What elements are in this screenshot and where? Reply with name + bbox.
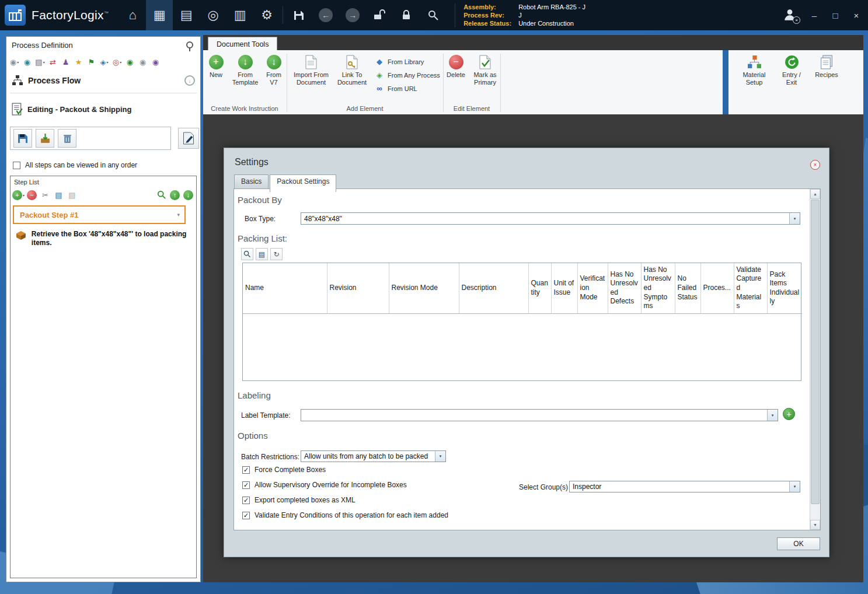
select-groups-select[interactable]: Inspector ▾ [569,481,800,492]
globe-button[interactable]: ◉ [22,56,33,68]
paste-button[interactable]: ▤ [67,189,78,201]
chevron-down-icon[interactable]: ▾ [177,212,180,218]
disable-button[interactable]: ◉ [137,56,148,68]
column-header[interactable]: Has No Unresolved Symptoms [641,263,675,313]
list-materials-button[interactable]: ▤ [256,248,268,260]
scroll-down-button[interactable]: ▼ [810,520,820,530]
scroll-up-button[interactable]: ▲ [810,189,820,199]
step-description-row[interactable]: Retrieve the Box '48"x48"x48"' to load p… [15,230,191,247]
column-header[interactable]: Revision Mode [389,263,459,313]
transfer-button[interactable]: ⇄ [47,56,58,68]
reports-button[interactable]: ▥ [226,0,253,30]
close-button[interactable]: × [852,11,861,20]
zoom-steps-button[interactable] [156,189,167,201]
export-xml-checkbox[interactable]: ✓ [242,497,250,504]
mark-as-primary-button[interactable]: Mark as Primary [471,54,499,86]
column-header[interactable]: Validate Captured Materials [734,263,767,313]
back-button[interactable]: ← [312,0,339,30]
process-flow-row[interactable]: Process Flow ↓ [6,71,200,90]
from-any-process-button[interactable]: ◈ From Any Process [375,68,440,82]
validate-entry-conditions-checkbox[interactable]: ✓ [242,512,250,519]
validate-entry-conditions-row[interactable]: ✓ Validate Entry Conditions of this oper… [242,511,448,519]
add-label-template-button[interactable]: + [783,408,795,420]
home-button[interactable]: ⌂ [119,0,146,30]
work-instructions-button[interactable]: ▦ [146,0,173,30]
find-material-button[interactable] [241,248,253,260]
record-button[interactable]: ◉ [150,56,161,68]
column-header[interactable]: Has No Unresolved Defects [608,263,641,313]
column-header[interactable]: Unit of Issue [551,263,577,313]
process-config-button[interactable]: ◈▾ [99,56,110,68]
batch-restrictions-select[interactable]: Allow units from any batch to be packed … [301,450,446,462]
ok-button[interactable]: OK [777,537,820,550]
order-checkbox-row[interactable]: All steps can be viewed in any order [6,158,200,172]
delete-step-button[interactable] [58,129,76,148]
supervisory-override-checkbox[interactable]: ✓ [242,481,250,489]
entry-exit-button[interactable]: Entry / Exit [776,54,807,114]
tab-basics[interactable]: Basics [234,174,269,190]
force-complete-boxes-row[interactable]: ✓ Force Complete Boxes [242,466,326,474]
from-v7-button[interactable]: ↓ From V7 [263,54,284,86]
order-checkbox[interactable] [13,162,20,169]
print-button[interactable]: ▤▾ [34,56,46,68]
column-header[interactable]: No Failed Status [675,263,700,313]
packing-list-table[interactable]: Name Revision Revision Mode Description … [242,263,801,381]
expand-all-button[interactable]: ↑ [169,189,180,201]
certification-button[interactable]: ★ [73,56,84,68]
pin-icon[interactable] [186,41,193,48]
column-header[interactable]: Quantity [528,263,551,313]
add-dropdown-button[interactable]: ◉▾ [9,56,20,68]
collapse-button[interactable]: ↓ [184,75,195,86]
packing-list-body-empty[interactable] [243,314,801,380]
save-button[interactable] [285,0,312,30]
vertical-scrollbar[interactable]: ▲ ▼ [810,189,820,530]
unlock-button[interactable] [366,0,393,30]
link-to-document-button[interactable]: Link To Document [335,54,369,95]
box-type-select[interactable]: 48"x48"x48" ▾ [301,212,800,225]
label-template-select[interactable]: ▾ [301,409,778,421]
recipes-button[interactable]: Recipes [813,54,841,114]
column-header[interactable]: Verification Mode [577,263,608,313]
remove-step-button[interactable]: − [26,189,37,201]
navigator-button[interactable]: ◎ [200,0,226,30]
column-header[interactable]: Description [459,263,528,313]
new-button[interactable]: + New [205,54,227,86]
flag-button[interactable]: ⚑ [86,56,97,68]
collapse-all-button[interactable]: ↓ [183,189,194,201]
step-list-item-selected[interactable]: Packout Step #1 ▾ [13,205,186,224]
user-button[interactable]: × [783,8,798,23]
save-step-button[interactable] [13,129,32,148]
cut-button[interactable]: ✂ [40,189,51,201]
forward-button[interactable]: → [339,0,366,30]
tab-packout-settings[interactable]: Packout Settings [270,174,336,192]
copy-button[interactable]: ▤ [53,189,64,201]
minimize-button[interactable]: – [810,11,819,20]
settings-button[interactable]: ⚙ [253,0,280,30]
edit-work-instruction-button[interactable] [178,128,199,149]
lock-button[interactable] [393,0,420,30]
from-template-button[interactable]: ↓ From Template [231,54,260,86]
maximize-button[interactable]: □ [831,11,840,20]
import-step-button[interactable] [36,129,54,148]
from-url-button[interactable]: ∞ From URL [375,82,440,95]
import-from-document-button[interactable]: Import From Document [293,54,329,95]
dialog-close-button[interactable]: × [810,160,820,170]
column-header[interactable]: Name [243,263,327,313]
column-header[interactable]: Proces... [700,263,734,313]
scrollbar-thumb[interactable] [811,200,820,504]
find-process-button[interactable] [420,0,447,30]
refresh-materials-button[interactable]: ↻ [270,248,283,260]
add-step-button[interactable]: +▾ [13,189,24,201]
force-complete-boxes-checkbox[interactable]: ✓ [242,466,250,474]
export-xml-row[interactable]: ✓ Export completed boxes as XML [242,496,355,504]
delete-element-button[interactable]: − Delete [444,54,468,86]
column-header[interactable]: Revision [327,263,389,313]
target-button[interactable]: ◎▾ [111,56,123,68]
column-header[interactable]: Pack Items Individually [767,263,802,313]
enable-button[interactable]: ◉ [124,56,135,68]
material-setup-button[interactable]: Material Setup [738,54,771,114]
supervisory-override-row[interactable]: ✓ Allow Supervisory Override for Incompl… [242,481,407,489]
user-step-button[interactable]: ♟ [60,56,71,68]
process-documents-button[interactable]: ▤ [173,0,200,30]
from-library-button[interactable]: ◆ From Library [375,55,440,68]
